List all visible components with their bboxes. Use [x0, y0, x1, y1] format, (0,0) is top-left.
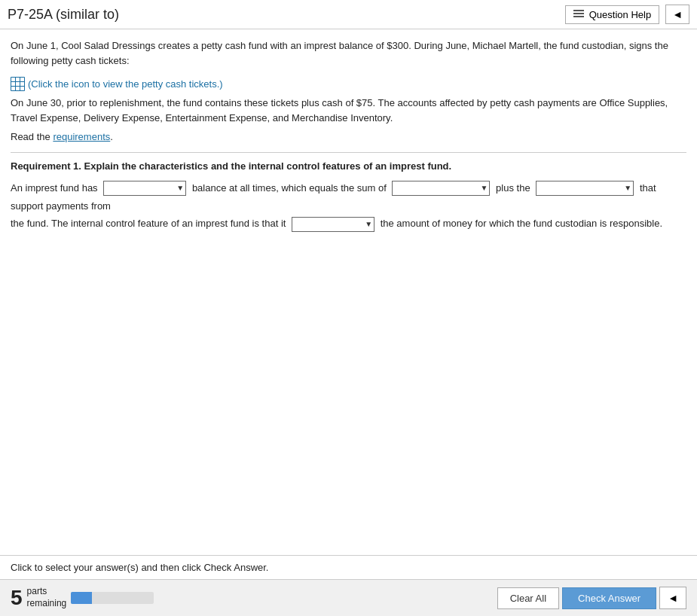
select2[interactable]: petty cash tickets cash receipts journal…: [392, 181, 490, 196]
footer-buttons: Clear All Check Answer ◄: [497, 587, 686, 609]
nav-arrow-button[interactable]: ◄: [665, 5, 689, 24]
select2-container: petty cash tickets cash receipts journal…: [392, 179, 490, 197]
select4[interactable]: limits equals exceeds reduces: [292, 217, 374, 232]
parts-number: 5: [11, 586, 23, 610]
select3-container: receipts or tickets invoices checks ledg…: [536, 179, 634, 197]
problem-text-2: On June 30, prior to replenishment, the …: [11, 96, 686, 125]
footer-bar: 5 parts remaining Clear All Check Answer…: [0, 579, 697, 616]
nav-arrow-footer-button[interactable]: ◄: [659, 587, 686, 609]
petty-cash-link[interactable]: (Click the icon to view the petty cash t…: [11, 77, 223, 91]
requirements-link[interactable]: requirements: [53, 131, 110, 142]
svg-rect-0: [573, 10, 584, 11]
question-help-button[interactable]: Question Help: [565, 5, 659, 24]
requirement-heading: Requirement 1. Explain the characteristi…: [11, 160, 686, 172]
divider: [11, 152, 686, 153]
footer: Click to select your answer(s) and then …: [0, 555, 697, 616]
select1[interactable]: a constant a variable an equal a fixed: [103, 181, 186, 196]
select4-container: limits equals exceeds reduces ▼: [292, 215, 374, 233]
select3[interactable]: receipts or tickets invoices checks ledg…: [536, 181, 634, 196]
main-content: On June 1, Cool Salad Dressings creates …: [0, 29, 697, 242]
svg-rect-2: [573, 16, 584, 17]
answer-section: An imprest fund has a constant a variabl…: [11, 179, 686, 233]
parts-remaining: 5 parts remaining: [11, 586, 154, 610]
clear-all-button[interactable]: Clear All: [497, 587, 559, 609]
page-title: P7-25A (similar to): [8, 7, 119, 23]
requirements-text: Read the requirements.: [11, 130, 686, 145]
progress-bar-fill: [71, 592, 92, 604]
grid-icon: [11, 77, 25, 91]
footer-hint: Click to select your answer(s) and then …: [0, 555, 697, 579]
progress-bar: [71, 592, 154, 604]
check-answer-button[interactable]: Check Answer: [562, 587, 656, 609]
problem-text-1: On June 1, Cool Salad Dressings creates …: [11, 38, 686, 68]
header: P7-25A (similar to) Question Help ◄: [0, 0, 697, 29]
parts-label: parts remaining: [27, 586, 67, 609]
svg-rect-1: [573, 13, 584, 14]
header-right: Question Help ◄: [565, 5, 689, 24]
list-icon: [573, 9, 585, 20]
select1-container: a constant a variable an equal a fixed ▼: [103, 179, 186, 197]
